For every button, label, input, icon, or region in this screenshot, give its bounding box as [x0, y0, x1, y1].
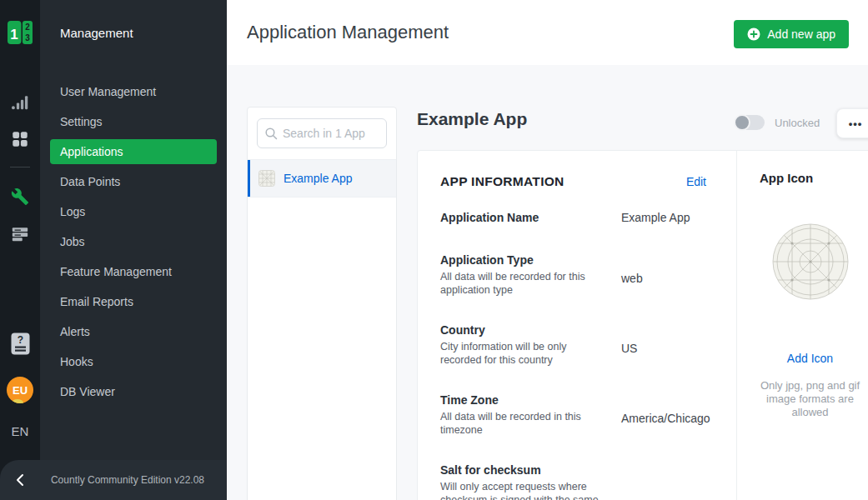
section-title: APP INFORMATION	[440, 174, 564, 189]
more-options-button[interactable]: •••	[836, 108, 868, 138]
field-value: US	[621, 340, 706, 367]
countly-logo-icon[interactable]: 1 2 3	[7, 18, 33, 50]
svg-text:?: ?	[17, 334, 23, 346]
plus-circle-icon	[747, 28, 760, 41]
field-value: Example App	[621, 209, 706, 227]
field-application-name: Application Name Example App	[440, 209, 706, 227]
sidebar-item-email-reports[interactable]: Email Reports	[50, 289, 217, 314]
search-icon	[264, 127, 278, 140]
add-new-app-button[interactable]: Add new app	[734, 20, 849, 48]
sidebar-item-db-viewer[interactable]: DB Viewer	[50, 379, 217, 404]
field-label: Country	[440, 322, 621, 339]
svg-text:2: 2	[25, 22, 30, 32]
field-country: Country City information will be only re…	[440, 322, 706, 367]
menu-nav: User Management Settings Applications Da…	[40, 79, 227, 409]
sidebar-item-feature-management[interactable]: Feature Management	[50, 259, 217, 284]
field-label: Salt for checksum	[440, 462, 621, 479]
sidebar-item-settings[interactable]: Settings	[50, 109, 217, 134]
lock-toggle-group: Unlocked	[735, 115, 820, 130]
top-header: Application Management Add new app	[227, 0, 868, 65]
svg-text:3: 3	[25, 33, 30, 42]
menu-title: Management	[60, 26, 133, 40]
sidebar-item-user-management[interactable]: User Management	[50, 79, 217, 104]
version-label: Countly Community Edition v22.08	[40, 474, 227, 486]
app-list-item-example-app[interactable]: Example App	[248, 159, 396, 198]
page-title: Application Management	[247, 22, 449, 43]
field-description: City information will be only recorded f…	[440, 340, 607, 367]
database-server-icon[interactable]	[0, 225, 40, 243]
app-list-item-label: Example App	[283, 172, 353, 185]
field-description: All data will be recorded for this appli…	[440, 270, 607, 297]
analytics-bar-chart-icon[interactable]	[0, 93, 40, 112]
app-thumbnail-icon	[258, 170, 275, 187]
add-new-app-label: Add new app	[767, 28, 835, 41]
app-icon-section: App Icon	[737, 151, 868, 500]
app-icon-placeholder	[772, 223, 849, 300]
lock-toggle-knob	[734, 114, 750, 131]
field-value	[621, 480, 706, 500]
field-label: Time Zone	[440, 392, 621, 409]
application-management-page: 1 2 3	[0, 0, 868, 500]
sidebar-icon-strip: 1 2 3	[0, 0, 40, 500]
sidebar-menu-panel: Management User Management Settings Appl…	[40, 0, 227, 500]
icon-format-hint: Only jpg, png and gif image formats are …	[751, 379, 868, 419]
field-value: web	[621, 270, 706, 297]
lock-toggle[interactable]	[735, 115, 765, 130]
collapse-sidebar-chevron-icon[interactable]	[0, 473, 40, 487]
sidebar-item-hooks[interactable]: Hooks	[50, 349, 217, 374]
sidebar-footer: Countly Community Edition v22.08	[0, 460, 227, 500]
language-selector[interactable]: EN	[0, 424, 40, 438]
lock-state-label: Unlocked	[775, 117, 820, 129]
sidebar-item-applications[interactable]: Applications	[50, 139, 217, 164]
sidebar-item-data-points[interactable]: Data Points	[50, 169, 217, 194]
dashboard-grid-icon[interactable]	[0, 130, 40, 148]
selected-app-title: Example App	[417, 109, 527, 129]
field-description: All data will be recorded in this timezo…	[440, 410, 607, 437]
field-label: Application Name	[440, 209, 621, 227]
field-time-zone: Time Zone All data will be recorded in t…	[440, 392, 706, 437]
app-information-section: APP INFORMATION Edit Application Name Ex…	[418, 151, 737, 500]
field-application-type: Application Type All data will be record…	[440, 252, 706, 297]
add-icon-link[interactable]: Add Icon	[787, 352, 833, 365]
sidebar-item-alerts[interactable]: Alerts	[50, 319, 217, 344]
field-label: Application Type	[440, 252, 621, 269]
sidebar: 1 2 3	[0, 0, 227, 500]
field-salt-for-checksum: Salt for checksum Will only accept reque…	[440, 462, 706, 500]
sidebar-item-jobs[interactable]: Jobs	[50, 229, 217, 254]
main-content: Example App Example App Unlocked ••• APP…	[227, 65, 868, 500]
field-value: America/Chicago	[621, 410, 710, 437]
ellipsis-icon: •••	[849, 118, 863, 130]
app-icon-title: App Icon	[737, 171, 868, 185]
user-avatar[interactable]: EU	[7, 377, 33, 403]
help-feedback-icon[interactable]: ?	[0, 332, 40, 355]
strip-divider	[10, 167, 30, 168]
svg-text:1: 1	[10, 27, 18, 42]
avatar-initials: EU	[13, 384, 28, 397]
field-description: Will only accept requests where checksum…	[440, 480, 607, 500]
sidebar-item-logs[interactable]: Logs	[50, 199, 217, 224]
app-list-panel: Example App	[247, 107, 397, 500]
edit-link[interactable]: Edit	[686, 175, 706, 188]
management-wrench-icon[interactable]	[0, 188, 40, 206]
app-detail-card: APP INFORMATION Edit Application Name Ex…	[417, 150, 868, 500]
